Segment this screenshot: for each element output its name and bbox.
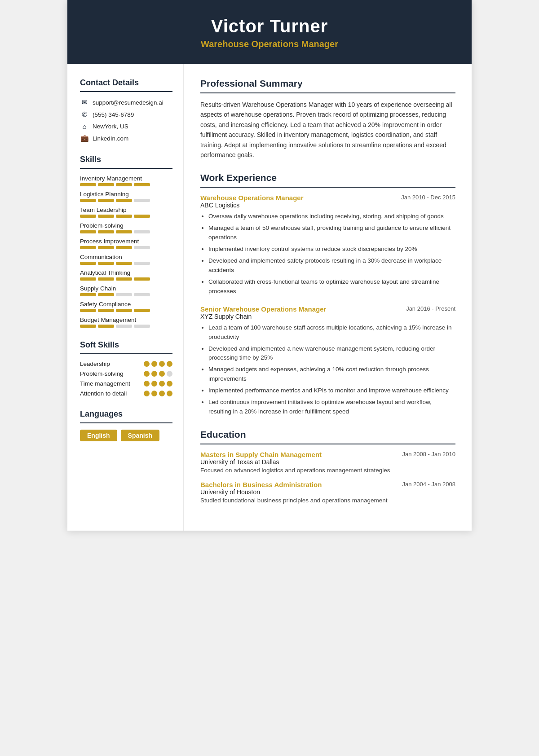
skills-title: Skills <box>80 155 172 164</box>
skill-segment-filled <box>116 262 132 265</box>
skill-segment-filled <box>98 262 114 265</box>
skill-segment-filled <box>134 277 150 281</box>
soft-skills-title: Soft Skills <box>80 340 172 350</box>
skill-bar <box>80 262 172 265</box>
skill-segment-filled <box>116 215 132 218</box>
skill-bar <box>80 325 172 328</box>
education-degree: Masters in Supply Chain Management <box>200 451 322 458</box>
location-icon: ⌂ <box>80 123 89 130</box>
dot-filled <box>151 371 157 377</box>
skill-bar <box>80 215 172 218</box>
soft-skill-dots <box>144 371 172 377</box>
soft-skill-name: Problem-solving <box>80 370 124 377</box>
skill-segment-filled <box>98 246 114 249</box>
experience-section: Work Experience Warehouse Operations Man… <box>200 172 455 417</box>
skill-name: Safety Compliance <box>80 301 172 308</box>
skill-segment-filled <box>116 183 132 186</box>
skill-segment-filled <box>98 230 114 233</box>
skill-item: Communication <box>80 254 172 265</box>
skill-item: Safety Compliance <box>80 301 172 312</box>
education-header: Masters in Supply Chain ManagementJan 20… <box>200 451 455 458</box>
skill-segment-filled <box>80 183 96 186</box>
skill-item: Team Leadership <box>80 207 172 218</box>
resume: Victor Turner Warehouse Operations Manag… <box>67 0 472 531</box>
skill-name: Analytical Thinking <box>80 269 172 276</box>
language-tag: English <box>80 430 117 441</box>
candidate-name: Victor Turner <box>85 16 454 36</box>
phone-icon: ✆ <box>80 110 89 119</box>
skills-section: Skills Inventory ManagementLogistics Pla… <box>80 155 172 328</box>
education-school: University of Texas at Dallas <box>200 458 455 466</box>
dot-empty <box>167 371 172 377</box>
skill-item: Analytical Thinking <box>80 269 172 281</box>
experience-divider <box>200 187 455 188</box>
contact-location-text: NewYork, US <box>93 123 128 130</box>
skill-name: Budget Management <box>80 316 172 323</box>
jobs-list: Warehouse Operations ManagerJan 2010 - D… <box>200 194 455 417</box>
job-bullet: Collaborated with cross-functional teams… <box>208 277 455 296</box>
summary-divider <box>200 92 455 93</box>
skill-segment-filled <box>116 230 132 233</box>
language-tag: Spanish <box>121 430 159 441</box>
job-item: Senior Warehouse Operations ManagerJan 2… <box>200 305 455 417</box>
soft-skill-name: Leadership <box>80 360 110 367</box>
skill-bar <box>80 309 172 312</box>
education-title: Education <box>200 429 455 440</box>
soft-skill-name: Attention to detail <box>80 390 127 397</box>
skill-segment-filled <box>98 199 114 202</box>
skill-segment-empty <box>116 293 132 296</box>
soft-skill-name: Time management <box>80 380 130 387</box>
skill-bar <box>80 183 172 186</box>
dot-filled <box>144 381 150 387</box>
job-header: Senior Warehouse Operations ManagerJan 2… <box>200 305 455 313</box>
skill-segment-filled <box>98 325 114 328</box>
education-description: Focused on advanced logistics and operat… <box>200 467 455 474</box>
skill-segment-filled <box>116 309 132 312</box>
job-title: Warehouse Operations Manager <box>200 194 304 202</box>
job-dates: Jan 2016 - Present <box>406 305 455 312</box>
job-bullet: Lead a team of 100 warehouse staff acros… <box>208 323 455 342</box>
job-bullet: Oversaw daily warehouse operations inclu… <box>208 212 455 221</box>
skill-segment-filled <box>80 325 96 328</box>
dot-filled <box>151 361 157 367</box>
skill-segment-empty <box>134 325 150 328</box>
contact-divider <box>80 91 172 92</box>
skill-segment-filled <box>98 309 114 312</box>
contact-email: ✉ support@resumedesign.ai <box>80 98 172 106</box>
contact-email-text: support@resumedesign.ai <box>93 99 163 106</box>
job-item: Warehouse Operations ManagerJan 2010 - D… <box>200 194 455 296</box>
education-section: Education Masters in Supply Chain Manage… <box>200 429 455 504</box>
skill-item: Supply Chain <box>80 285 172 296</box>
dot-filled <box>144 371 150 377</box>
skill-name: Logistics Planning <box>80 191 172 198</box>
skill-item: Logistics Planning <box>80 191 172 202</box>
job-bullet: Developed and implemented a new warehous… <box>208 344 455 363</box>
soft-skill-item: Time management <box>80 380 172 387</box>
contact-section: Contact Details ✉ support@resumedesign.a… <box>80 78 172 142</box>
email-icon: ✉ <box>80 98 89 106</box>
skills-divider <box>80 168 172 169</box>
contact-phone: ✆ (555) 345-6789 <box>80 110 172 119</box>
skill-item: Process Improvement <box>80 238 172 249</box>
skill-bar <box>80 293 172 296</box>
education-list: Masters in Supply Chain ManagementJan 20… <box>200 451 455 504</box>
skill-segment-empty <box>116 325 132 328</box>
education-item: Bachelors in Business AdministrationJan … <box>200 481 455 504</box>
soft-skill-dots <box>144 391 172 396</box>
skill-segment-filled <box>98 215 114 218</box>
skill-name: Team Leadership <box>80 207 172 213</box>
education-description: Studied foundational business principles… <box>200 497 455 504</box>
contact-linkedin: 💼 LinkedIn.com <box>80 134 172 142</box>
job-header: Warehouse Operations ManagerJan 2010 - D… <box>200 194 455 202</box>
skill-name: Problem-solving <box>80 222 172 229</box>
skill-segment-filled <box>116 246 132 249</box>
job-company: ABC Logistics <box>200 202 455 209</box>
experience-title: Work Experience <box>200 172 455 183</box>
job-company: XYZ Supply Chain <box>200 313 455 320</box>
skill-segment-filled <box>80 262 96 265</box>
skill-segment-filled <box>80 309 96 312</box>
job-dates: Jan 2010 - Dec 2015 <box>401 194 455 201</box>
job-title: Senior Warehouse Operations Manager <box>200 305 326 313</box>
job-bullet: Implemented performance metrics and KPIs… <box>208 386 455 396</box>
sidebar: Contact Details ✉ support@resumedesign.a… <box>67 64 184 531</box>
